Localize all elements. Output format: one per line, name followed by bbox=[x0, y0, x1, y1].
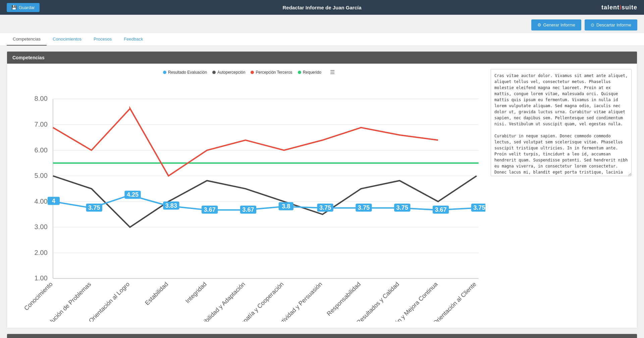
tab-conocimientos[interactable]: Conocimientos bbox=[47, 33, 88, 46]
observaciones-header: Observaciones del Consultor durante la j… bbox=[7, 334, 637, 338]
legend-dot-requerido bbox=[298, 71, 301, 74]
svg-text:6.00: 6.00 bbox=[35, 146, 48, 154]
svg-text:Orientación al Cliente: Orientación al Cliente bbox=[432, 281, 478, 322]
svg-text:3.75: 3.75 bbox=[473, 204, 485, 211]
main-content: Competencias Resultado Evaluación Autope… bbox=[0, 51, 644, 338]
svg-text:5.00: 5.00 bbox=[35, 172, 48, 179]
svg-text:3.67: 3.67 bbox=[204, 206, 216, 213]
svg-text:3.67: 3.67 bbox=[435, 206, 446, 213]
chart-svg: 8.00 7.00 6.00 5.00 4.00 3.00 2.00 1.00 bbox=[12, 79, 485, 322]
svg-text:Estabilidad: Estabilidad bbox=[144, 281, 169, 307]
top-bar: 💾 Guardar Redactar Informe de Juan Garcí… bbox=[0, 0, 644, 15]
svg-text:2.00: 2.00 bbox=[35, 249, 48, 256]
svg-text:Conocimiento: Conocimiento bbox=[23, 281, 54, 312]
tab-procesos[interactable]: Procesos bbox=[88, 33, 118, 46]
save-icon: 💾 bbox=[11, 5, 17, 10]
competencias-header: Competencias bbox=[7, 52, 637, 64]
legend-requerido: Requerido bbox=[298, 70, 321, 75]
svg-text:3.75: 3.75 bbox=[88, 204, 100, 211]
chart-area: Resultado Evaluación Autopercepción Perc… bbox=[12, 69, 485, 323]
svg-text:3.75: 3.75 bbox=[358, 204, 370, 211]
tabs-bar: Competencias Conocimientos Procesos Feed… bbox=[0, 33, 644, 46]
download-report-button[interactable]: ⊙ Descartar Informe bbox=[585, 19, 637, 30]
svg-text:Innovación y Mejora Continua: Innovación y Mejora Continua bbox=[377, 280, 439, 322]
competencias-body: Resultado Evaluación Autopercepción Perc… bbox=[7, 64, 637, 328]
legend-dot-terceros bbox=[251, 71, 254, 74]
notes-textarea[interactable]: Cras vitae auctor dolor. Vivamus sit ame… bbox=[491, 69, 632, 176]
generate-report-button[interactable]: ⚙ Generar Informe bbox=[531, 19, 581, 30]
legend-resultado: Resultado Evaluación bbox=[163, 70, 207, 75]
download-label: Descartar Informe bbox=[596, 22, 631, 27]
generate-label: Generar Informe bbox=[543, 22, 575, 27]
logo: talentisuite bbox=[601, 4, 637, 11]
chart-menu-icon[interactable]: ☰ bbox=[330, 69, 335, 75]
svg-text:Responsabilidad: Responsabilidad bbox=[325, 281, 362, 317]
gear-icon: ⚙ bbox=[537, 22, 541, 27]
page-title: Redactar Informe de Juan García bbox=[282, 5, 361, 10]
save-button[interactable]: 💾 Guardar bbox=[7, 3, 40, 12]
svg-text:Orientación al Logro: Orientación al Logro bbox=[88, 281, 131, 322]
tab-competencias[interactable]: Competencias bbox=[7, 33, 47, 46]
svg-text:3.67: 3.67 bbox=[242, 206, 254, 213]
download-icon: ⊙ bbox=[591, 22, 594, 27]
legend-terceros: Percepción Terceros bbox=[251, 70, 292, 75]
svg-text:4: 4 bbox=[52, 198, 55, 204]
chart-legend: Resultado Evaluación Autopercepción Perc… bbox=[12, 69, 485, 75]
svg-text:8.00: 8.00 bbox=[35, 95, 48, 102]
legend-label-resultado: Resultado Evaluación bbox=[168, 70, 207, 75]
competencias-section: Competencias Resultado Evaluación Autope… bbox=[7, 51, 637, 328]
observaciones-section: Observaciones del Consultor durante la j… bbox=[7, 334, 637, 338]
chart-svg-container: 8.00 7.00 6.00 5.00 4.00 3.00 2.00 1.00 bbox=[12, 79, 485, 323]
svg-text:7.00: 7.00 bbox=[35, 121, 48, 128]
legend-dot-autoperc bbox=[212, 71, 216, 74]
tab-feedback[interactable]: Feedback bbox=[118, 33, 149, 46]
legend-label-autoperc: Autopercepción bbox=[217, 70, 245, 75]
legend-dot-resultado bbox=[163, 71, 166, 74]
svg-text:3.8: 3.8 bbox=[282, 203, 290, 210]
svg-text:3.00: 3.00 bbox=[35, 223, 48, 230]
legend-label-terceros: Percepción Terceros bbox=[256, 70, 292, 75]
save-label: Guardar bbox=[19, 5, 35, 10]
legend-autoperc: Autopercepción bbox=[212, 70, 245, 75]
svg-text:1.00: 1.00 bbox=[35, 274, 48, 282]
svg-text:3.83: 3.83 bbox=[165, 202, 177, 209]
notes-area: Cras vitae auctor dolor. Vivamus sit ame… bbox=[491, 69, 632, 323]
action-row: ⚙ Generar Informe ⊙ Descartar Informe bbox=[0, 15, 644, 33]
legend-label-requerido: Requerido bbox=[303, 70, 321, 75]
svg-text:3.75: 3.75 bbox=[319, 204, 331, 211]
svg-text:4.00: 4.00 bbox=[35, 198, 48, 205]
svg-text:4.25: 4.25 bbox=[127, 191, 139, 198]
svg-text:3.75: 3.75 bbox=[396, 204, 408, 211]
svg-text:Integridad: Integridad bbox=[184, 281, 208, 305]
